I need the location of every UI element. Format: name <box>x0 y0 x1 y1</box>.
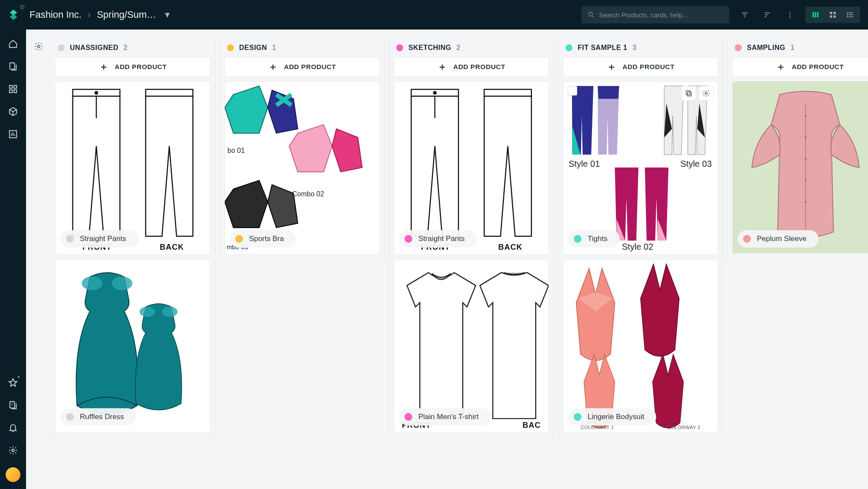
card-chip: Peplum Sleeve <box>738 230 819 248</box>
colorway2-label: COLORWAY 2 <box>667 425 700 430</box>
svg-rect-26 <box>14 86 16 88</box>
svg-rect-12 <box>815 12 816 17</box>
column-count: 1 <box>790 44 794 52</box>
user-avatar[interactable] <box>5 466 21 483</box>
svg-point-40 <box>95 92 98 94</box>
card-select-checkbox[interactable] <box>568 86 577 96</box>
view-kanban-button[interactable] <box>807 8 824 22</box>
add-product-button[interactable]: ＋ADD PRODUCT <box>732 57 868 77</box>
view-grid-button[interactable] <box>824 8 842 22</box>
svg-rect-11 <box>812 12 814 17</box>
add-product-button[interactable]: ＋ADD PRODUCT <box>563 57 718 77</box>
column-header: UNASSIGNED2 <box>55 42 210 53</box>
chevron-down-icon[interactable]: ▾ <box>165 9 170 20</box>
product-card[interactable]: bo 01 Combo 02 mbo 03 Sports Bra <box>224 81 380 255</box>
card-chip: Ruffles Dress <box>61 408 136 426</box>
column-header: DESIGN1 <box>224 42 380 53</box>
column-count: 1 <box>272 44 276 52</box>
product-card[interactable]: FRONT BACK Straight Pants <box>55 81 210 255</box>
breadcrumb: Fashion Inc. › Spring/Sum… ▾ <box>30 9 170 20</box>
board-settings-icon[interactable] <box>31 39 46 54</box>
svg-rect-24 <box>10 63 15 69</box>
product-card[interactable]: Ruffles Dress <box>55 259 210 433</box>
svg-rect-13 <box>817 12 819 17</box>
combo01-label: bo 01 <box>227 147 245 155</box>
card-settings-icon[interactable] <box>699 86 713 101</box>
column-unassigned: UNASSIGNED2＋ADD PRODUCT FRONT BACK Strai… <box>50 37 215 439</box>
product-card[interactable]: Style 01 Style 03 Style 02 Tights <box>563 81 718 255</box>
filter-icon[interactable] <box>738 8 752 22</box>
card-status-dot <box>235 235 243 243</box>
svg-point-46 <box>140 307 155 317</box>
breadcrumb-workspace[interactable]: Fashion Inc. <box>30 9 82 20</box>
column-count: 2 <box>124 44 128 52</box>
nav-products-icon[interactable] <box>7 105 20 118</box>
nav-help-icon[interactable]: ? <box>7 399 20 412</box>
card-status-dot <box>404 235 412 243</box>
view-list-button[interactable] <box>842 8 859 22</box>
column-status-dot <box>396 44 403 51</box>
nav-settings-icon[interactable] <box>7 444 20 457</box>
svg-point-65 <box>805 179 807 182</box>
info-badge-icon: ⓘ <box>20 4 24 10</box>
combo02-label: Combo 02 <box>292 190 324 198</box>
svg-rect-14 <box>830 12 832 14</box>
svg-point-9 <box>789 14 791 16</box>
svg-rect-27 <box>10 90 12 93</box>
app-logo[interactable]: ⓘ <box>6 7 21 22</box>
add-product-button[interactable]: ＋ADD PRODUCT <box>394 57 549 77</box>
nav-home-icon[interactable] <box>7 37 20 50</box>
svg-point-44 <box>82 277 102 291</box>
nav-notifications-icon[interactable] <box>7 421 20 434</box>
column-status-dot <box>58 44 65 51</box>
column-title: SKETCHING <box>408 44 451 52</box>
card-title: Ruffles Dress <box>80 413 124 421</box>
chevron-right-icon: › <box>88 9 91 20</box>
card-status-dot <box>404 413 412 421</box>
card-title: Sports Bra <box>249 235 284 243</box>
back-label: BACK <box>498 243 523 252</box>
card-hover-tools <box>681 86 713 101</box>
column-title: FIT SAMPLE 1 <box>578 44 627 52</box>
svg-point-22 <box>847 14 848 15</box>
svg-point-58 <box>705 93 707 95</box>
svg-point-37 <box>37 45 40 48</box>
add-product-button[interactable]: ＋ADD PRODUCT <box>224 57 380 77</box>
card-status-dot <box>574 235 582 243</box>
card-title: Tights <box>588 235 608 243</box>
svg-point-64 <box>805 158 807 160</box>
product-card[interactable]: FRONT BAC Plain Men's T-shirt <box>394 259 549 433</box>
svg-rect-16 <box>830 16 832 18</box>
search-input[interactable] <box>599 11 723 19</box>
add-product-label: ADD PRODUCT <box>792 63 844 71</box>
add-product-button[interactable]: ＋ADD PRODUCT <box>55 57 210 77</box>
add-product-label: ADD PRODUCT <box>284 63 336 71</box>
topbar: ⓘ Fashion Inc. › Spring/Sum… ▾ <box>0 0 868 30</box>
column-fitsample: FIT SAMPLE 13＋ADD PRODUCT <box>558 37 723 439</box>
svg-point-36 <box>12 449 14 452</box>
search-input-wrapper[interactable] <box>582 6 729 23</box>
svg-rect-25 <box>10 86 12 88</box>
product-card[interactable]: Peplum Sleeve <box>732 81 868 255</box>
svg-point-21 <box>847 13 848 13</box>
style03-label: Style 03 <box>681 159 712 169</box>
product-card[interactable]: COLORWAY 1 COLORWAY 2 Lingerie Bodysuit <box>563 259 718 433</box>
nav-reports-icon[interactable] <box>7 128 20 141</box>
breadcrumb-project[interactable]: Spring/Sum… <box>97 9 156 20</box>
card-copy-icon[interactable] <box>681 86 696 101</box>
product-card[interactable]: FRONT BACK Straight Pants <box>394 81 549 255</box>
nav-favorites-icon[interactable] <box>7 376 20 389</box>
nav-collections-icon[interactable] <box>7 60 20 73</box>
svg-point-63 <box>805 136 807 139</box>
card-title: Straight Pants <box>80 235 126 243</box>
card-title: Plain Men's T-shirt <box>418 413 479 421</box>
svg-text:?: ? <box>11 403 13 407</box>
column-status-dot <box>566 44 572 51</box>
nav-boards-icon[interactable] <box>7 83 20 96</box>
svg-point-23 <box>847 17 848 17</box>
card-status-dot <box>743 235 751 243</box>
sort-icon[interactable] <box>760 8 774 22</box>
svg-rect-42 <box>146 89 193 96</box>
svg-rect-56 <box>687 92 691 96</box>
more-icon[interactable] <box>783 8 797 22</box>
